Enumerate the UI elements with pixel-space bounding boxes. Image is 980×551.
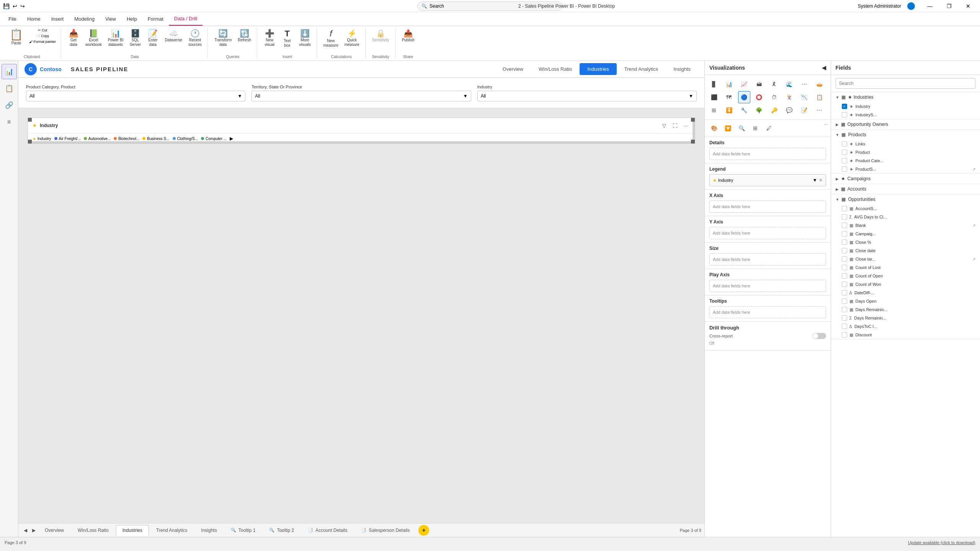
field-item-product-cate[interactable]: ★ Product Cate... (831, 156, 980, 165)
close-tar-checkbox[interactable] (842, 256, 847, 262)
field-item-product[interactable]: ★ Product (831, 148, 980, 156)
legend-field-edit[interactable]: ▼ (813, 178, 817, 183)
quick-measure-button[interactable]: ⚡ Quickmeasure (342, 28, 362, 49)
page-tab-insights[interactable]: Insights (194, 525, 223, 536)
page-tab-industries[interactable]: Industries (116, 525, 149, 536)
links-checkbox[interactable] (842, 141, 847, 147)
yaxis-drop[interactable]: Add data fields here (709, 227, 826, 239)
daystocl-checkbox[interactable] (842, 324, 847, 329)
viz-kpi[interactable]: 📉 (798, 91, 810, 103)
enter-data-button[interactable]: 📝 Enterdata (144, 28, 161, 49)
recent-sources-button[interactable]: 🕐 Recentsources (186, 28, 204, 49)
sensitivity-button[interactable]: 🔒 Sensitivity (369, 28, 392, 44)
chart-expand-icon[interactable]: ⛶ (670, 121, 679, 130)
tab-data-drill[interactable]: Data / Drill (169, 12, 203, 26)
details-drop[interactable]: Add data fields here (709, 148, 826, 160)
viz-paint-bucket[interactable]: 🎨 (708, 122, 720, 134)
nav-tab-industries[interactable]: Industries (580, 63, 616, 75)
sidebar-item-dax[interactable]: ≡ (2, 114, 17, 130)
viz-fields-icon[interactable]: ⊞ (749, 122, 761, 134)
accounts-header[interactable]: ▶ ▦ Accounts (831, 184, 980, 194)
page-tab-salesperson[interactable]: 📑Salesperson Details (354, 525, 416, 536)
restore-button[interactable]: ❐ (940, 0, 958, 12)
viz-bubble-chart[interactable]: 🔵 (738, 91, 750, 103)
viz-waterfall-chart[interactable]: 🌊 (783, 78, 795, 90)
product-checkbox[interactable] (842, 150, 847, 155)
page-nav-right[interactable]: ▶ (30, 527, 38, 534)
industrys-checkbox[interactable] (842, 112, 847, 117)
xaxis-drop[interactable]: Add data fields here (709, 201, 826, 213)
size-drop[interactable]: Add data fields here (709, 253, 826, 266)
product-cate-checkbox[interactable] (842, 158, 847, 163)
excel-workbook-button[interactable]: 📗 Excelworkbook (83, 28, 105, 49)
count-open-checkbox[interactable] (842, 273, 847, 279)
viz-matrix[interactable]: ⊞ (708, 104, 720, 116)
field-item-days-remaining2[interactable]: Σ Days Remainin... (831, 314, 980, 322)
chart-filter-icon[interactable]: ▽ (660, 121, 669, 130)
count-won-checkbox[interactable] (842, 282, 847, 287)
legend-field-remove[interactable]: ✕ (819, 178, 823, 183)
page-nav-left[interactable]: ◀ (21, 527, 29, 534)
text-box-button[interactable]: T Textbox (279, 28, 296, 50)
power-bi-datasets-button[interactable]: 📊 Power BIdatasets (105, 28, 126, 49)
page-tab-winloss[interactable]: Win/Loss Ratio (71, 525, 115, 536)
page-tab-tooltip2[interactable]: 🔍Tooltip 2 (263, 525, 301, 536)
paste-button[interactable]: 📋 Paste (6, 28, 26, 47)
field-item-industrys[interactable]: ★ IndustryS... (831, 111, 980, 119)
sidebar-item-report[interactable]: 📊 (2, 64, 17, 79)
sidebar-item-data[interactable]: 📋 (2, 81, 17, 96)
field-item-blank[interactable]: ▦ Blank ↗ (831, 221, 980, 230)
field-item-industry[interactable]: ✓ ★ Industry (831, 102, 980, 111)
playaxis-drop[interactable]: Add data fields here (709, 280, 826, 292)
page-tab-overview[interactable]: Overview (38, 525, 70, 536)
industry-checkbox[interactable]: ✓ (842, 104, 847, 109)
nav-tab-trend[interactable]: Trend Analytics (617, 63, 666, 75)
more-visuals-button[interactable]: ⬇️ Morevisuals (296, 28, 314, 49)
datediff-checkbox[interactable] (842, 290, 847, 295)
field-item-accounts[interactable]: ▦ AccountS... (831, 204, 980, 213)
field-item-count-won[interactable]: ▦ Count of Won (831, 280, 980, 289)
field-item-discount[interactable]: ▦ Discount (831, 331, 980, 339)
dataverse-button[interactable]: ☁️ Dataverse (162, 28, 185, 44)
days-remaining1-checkbox[interactable] (842, 307, 847, 312)
tab-home[interactable]: Home (22, 12, 46, 26)
filter-industry-select[interactable]: All ▼ (477, 91, 697, 101)
page-tab-tooltip1[interactable]: 🔍Tooltip 1 (224, 525, 262, 536)
viz-slicer[interactable]: 🔧 (738, 104, 750, 116)
viz-pie-chart[interactable]: 🥧 (813, 78, 825, 90)
resize-handle-br[interactable] (691, 140, 695, 143)
new-measure-button[interactable]: f Newmeasure (321, 28, 341, 50)
filter-territory-select[interactable]: All ▼ (252, 91, 471, 101)
viz-line-chart[interactable]: 📈 (738, 78, 750, 90)
legend-more-arrow[interactable]: ▶ (230, 136, 233, 141)
field-item-daystocl[interactable]: Δ DaysToC l... (831, 322, 980, 331)
viz-column-chart[interactable]: 📊 (723, 78, 735, 90)
viz-key-influencers[interactable]: 🔑 (768, 104, 780, 116)
field-item-close-tar[interactable]: ▦ Close tar... ↗ (831, 255, 980, 263)
field-item-days-open[interactable]: ▦ Days Open (831, 297, 980, 305)
count-lost-checkbox[interactable] (842, 265, 847, 270)
tooltips-drop[interactable]: Add data fields here (709, 306, 826, 318)
resize-handle-tl[interactable] (28, 118, 32, 122)
right-resize-bar[interactable] (693, 122, 695, 140)
viz-format[interactable]: 🖊 (763, 122, 775, 134)
cut-button[interactable]: ✂ Cut (27, 28, 58, 33)
nav-tab-winloss[interactable]: Win/Loss Ratio (531, 63, 580, 75)
filter-product-select[interactable]: All ▼ (26, 91, 245, 101)
viz-donut-chart[interactable]: ⭕ (753, 91, 765, 103)
field-item-avg-days[interactable]: Σ AVG Days to Cl... (831, 213, 980, 221)
field-group-industries-header[interactable]: ▼ ▦ ★ Industries (831, 92, 980, 102)
chart-canvas[interactable]: ★ Industry ▽ ⛶ ··· ★ Industry (28, 117, 695, 144)
viz-bar-chart[interactable]: ▊ (708, 78, 720, 90)
opportunity-owners-header[interactable]: ▶ ▦ Opportunity Owners (831, 119, 980, 129)
viz-qa[interactable]: 💬 (783, 104, 795, 116)
tab-modeling[interactable]: Modeling (69, 12, 100, 26)
days-remaining2-checkbox[interactable] (842, 315, 847, 321)
sidebar-item-model[interactable]: 🔗 (2, 98, 17, 113)
page-tab-account[interactable]: 📑Account Details (301, 525, 354, 536)
cross-report-toggle[interactable] (812, 333, 826, 339)
accounts-item-checkbox[interactable] (842, 206, 847, 211)
tab-insert[interactable]: Insert (46, 12, 69, 26)
days-open-checkbox[interactable] (842, 298, 847, 304)
sql-server-button[interactable]: 🗄️ SQLServer (127, 28, 144, 49)
